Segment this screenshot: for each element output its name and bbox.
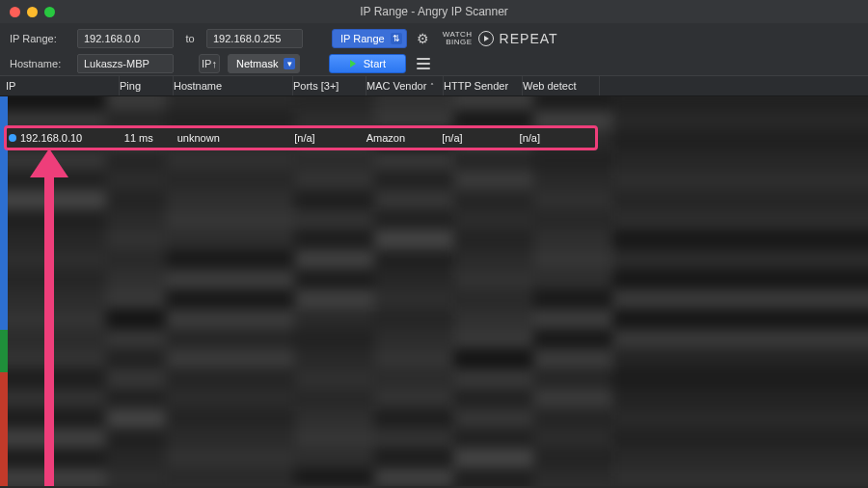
chevron-updown-icon: ⇅	[391, 33, 402, 44]
repeat-label: REPEAT	[500, 31, 558, 46]
header-hostname[interactable]: Hostname	[174, 76, 293, 95]
window-title: IP Range - Angry IP Scanner	[0, 5, 868, 18]
zoom-window-button[interactable]	[44, 7, 55, 17]
play-circle-icon	[478, 31, 494, 46]
hostname-input[interactable]	[77, 54, 174, 73]
header-web[interactable]: Web detect	[523, 76, 600, 95]
header-http[interactable]: HTTP Sender	[444, 76, 523, 95]
cell-mac: Amazon	[366, 132, 442, 144]
gear-icon[interactable]: ⚙	[417, 31, 429, 46]
ip-range-label: IP Range:	[10, 33, 69, 44]
netmask-select[interactable]: Netmask ▾	[228, 54, 300, 73]
range-type-label: IP Range	[340, 33, 385, 44]
chevron-down-icon: ▾	[284, 58, 295, 69]
app-window: IP Range - Angry IP Scanner IP Range: to…	[0, 0, 868, 488]
cell-hostname: unknown	[177, 132, 295, 144]
cell-ports: [n/a]	[294, 132, 366, 144]
status-stripe	[0, 96, 8, 486]
header-mac[interactable]: MAC Vendor˄	[366, 76, 444, 95]
annotation-arrow	[35, 150, 73, 486]
binge-label: BINGE	[443, 39, 473, 46]
cell-web: [n/a]	[520, 132, 595, 144]
sort-asc-icon: ˄	[430, 82, 434, 91]
ip-from-input[interactable]	[77, 29, 174, 48]
toolbar: IP Range: to IP Range ⇅ ⚙ WATCH BINGE RE…	[0, 23, 868, 75]
start-button[interactable]: Start	[329, 54, 406, 73]
results-area: 192.168.0.10 11 ms unknown [n/a] Amazon …	[0, 96, 868, 486]
to-label: to	[181, 33, 199, 44]
minimize-window-button[interactable]	[27, 7, 38, 17]
ip-up-button[interactable]: IP↑	[199, 54, 220, 73]
header-ping[interactable]: Ping	[120, 76, 174, 95]
menu-icon[interactable]	[414, 54, 433, 73]
header-ports[interactable]: Ports [3+]	[293, 76, 366, 95]
cell-ip: 192.168.0.10	[20, 132, 124, 144]
play-icon	[350, 60, 356, 68]
close-window-button[interactable]	[10, 7, 20, 17]
cell-ping: 11 ms	[124, 132, 177, 144]
highlighted-row[interactable]: 192.168.0.10 11 ms unknown [n/a] Amazon …	[4, 125, 598, 150]
status-dot-icon	[9, 134, 16, 142]
ip-to-input[interactable]	[206, 29, 303, 48]
column-headers: IP Ping Hostname Ports [3+] MAC Vendor˄ …	[0, 75, 868, 96]
netmask-label: Netmask	[236, 58, 278, 69]
header-ip[interactable]: IP	[6, 76, 120, 95]
hostname-label: Hostname:	[10, 58, 69, 69]
start-button-label: Start	[364, 58, 386, 69]
titlebar: IP Range - Angry IP Scanner	[0, 0, 868, 23]
cell-http: [n/a]	[442, 132, 519, 144]
traffic-lights	[10, 7, 55, 17]
watch-binge-repeat: WATCH BINGE REPEAT	[443, 31, 558, 46]
blurred-results	[0, 96, 868, 486]
range-type-select[interactable]: IP Range ⇅	[332, 29, 407, 48]
